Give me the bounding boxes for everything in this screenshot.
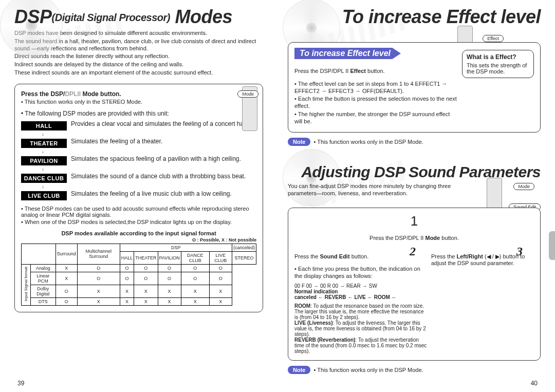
down-arrow-icon: ↓ [21, 132, 65, 137]
compat-legend: O : Possible, X : Not possible [21, 237, 256, 242]
mode-liveclub: LIVE CLUB [21, 191, 67, 200]
adjust-title: Adjusting DSP Sound Parameters [288, 163, 541, 181]
down-arrow-icon: ↓ [21, 166, 65, 172]
page-number-40: 40 [531, 380, 538, 387]
step-3: 3 Press the Left/Right (◀ / ▶) button to… [431, 248, 534, 354]
mode-theater: THEATER [21, 139, 67, 148]
press-effect: Press the DSP/DPL II Effect button. [294, 68, 457, 75]
page-number-39: 39 [17, 380, 24, 387]
footnote-1: These DSP modes can be used to add acous… [21, 206, 256, 218]
dsp-panel: Mode Press the DSP/DPLII Mode button. Th… [14, 84, 263, 312]
dsp-title: DSP(Digital Signal Processor) Modes [14, 6, 263, 28]
mode-button-label: Mode [513, 183, 534, 190]
effect-button-label: Effect [483, 35, 504, 42]
note-oval-icon: Note [288, 138, 310, 146]
mode-hall: HALL [21, 121, 67, 130]
param-definitions: ROOM: To adjust the resonance based on t… [294, 303, 427, 354]
adjust-intro: You can fine-adjust DSP modes more minut… [288, 183, 457, 197]
step-3-number: 3 [516, 245, 523, 258]
step-1-text: Press the DSP/DPL II Mode button. [294, 235, 534, 242]
intro-line-5: These indirect sounds are an important e… [14, 69, 263, 77]
section-tab [549, 231, 555, 260]
step-1-number: 1 [411, 213, 418, 229]
adjust-panel: 1 Press the DSP/DPL II Mode button. 2 Pr… [288, 208, 541, 361]
what-effect-box: What is a Effect? This sets the strength… [462, 50, 534, 78]
note-oval-icon: Note [288, 366, 310, 374]
mode-pavilion: PAVILION [21, 156, 67, 165]
mode-button-label: Mode [237, 90, 258, 98]
step-2-number: 2 [410, 245, 416, 258]
step-2: 2 Press the Sound Edit button. Each time… [294, 248, 427, 354]
page-40: To increase Effect level Effect To incre… [278, 0, 555, 392]
mode-list: HALLProvides a clear vocal and simulates… [21, 120, 256, 200]
footnote-2: When one of the DSP modes is selected,th… [21, 219, 256, 225]
effect-panel: To increase Effect level Press the DSP/D… [288, 42, 541, 133]
effect-title: To increase Effect level [288, 6, 541, 28]
compat-chart-title: DSP modes available according to the inp… [21, 230, 256, 236]
down-arrow-icon: ↓ [21, 149, 65, 154]
effect-bullet-3: The higher the number, the stronger the … [294, 111, 457, 125]
effect-banner: To increase Effect level [294, 48, 401, 59]
compat-table: Surround Multichannel Surround DSP (canc… [21, 244, 256, 306]
effect-bullet-1: The effect level can be set in steps fro… [294, 81, 457, 95]
effect-bullet-2: Each time the button is pressed the sele… [294, 96, 457, 110]
display-flow: 00 F 00→00 R 00→REAR→SW Normal indicatio… [294, 283, 427, 300]
note-adjust: Note• This function works only in the DS… [288, 366, 541, 374]
page-39: DSP(Digital Signal Processor) Modes DSP … [0, 0, 278, 392]
note-effect: Note• This function works only in the DS… [288, 138, 541, 146]
mode-danceclub: DANCE CLUB [21, 174, 67, 183]
down-arrow-icon: ↓ [21, 184, 65, 189]
